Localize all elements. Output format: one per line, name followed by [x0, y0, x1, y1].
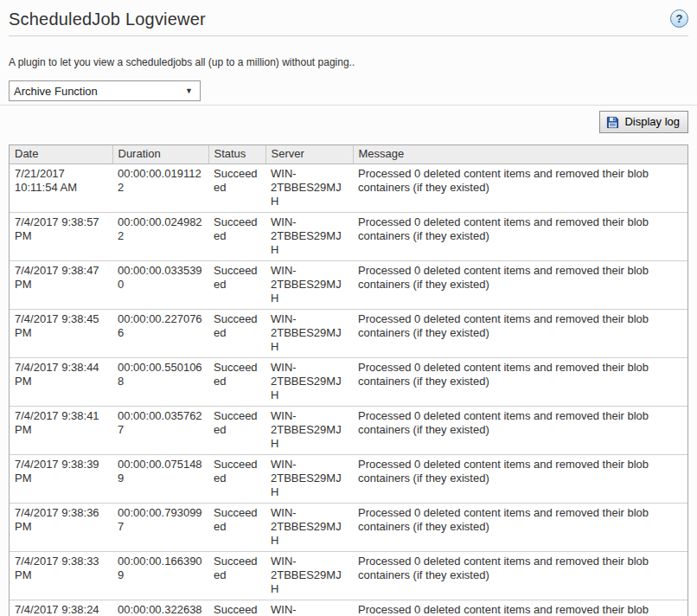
cell-message: Processed 0 deleted content items and re…: [353, 552, 687, 600]
table-row: 7/4/2017 9:38:45 PM00:00:00.2270766Succe…: [10, 310, 687, 358]
cell-message: Processed 0 deleted content items and re…: [353, 358, 687, 407]
cell-server: WIN-2TBBES29MJH: [265, 164, 353, 213]
cell-message: Processed 0 deleted content items and re…: [353, 455, 687, 504]
cell-server: WIN-2TBBES29MJH: [265, 455, 353, 504]
scheduledjob-logviewer-page: ScheduledJob Logviewer ? A plugin to let…: [0, 0, 697, 616]
table-row: 7/4/2017 9:38:47 PM00:00:00.0335390Succe…: [10, 261, 687, 310]
column-header-status: Status: [208, 145, 265, 164]
cell-date: 7/4/2017 9:38:39 PM: [10, 455, 112, 504]
table-row: 7/21/2017 10:11:54 AM00:00:00.0191122Suc…: [10, 164, 687, 213]
job-select[interactable]: Archive Function: [9, 80, 201, 101]
title-divider: [9, 35, 688, 36]
cell-status: Succeeded: [208, 455, 265, 504]
table-row: 7/4/2017 9:38:57 PM00:00:00.0249822Succe…: [10, 213, 687, 261]
display-log-button[interactable]: Display log: [599, 111, 688, 133]
cell-status: Succeeded: [208, 164, 265, 213]
toolbar: Display log: [9, 111, 688, 134]
cell-duration: 00:00:00.0751489: [112, 455, 208, 504]
table-row: 7/4/2017 9:38:36 PM00:00:00.7930997Succe…: [10, 504, 687, 552]
question-mark-icon: ?: [676, 12, 683, 25]
cell-server: WIN-2TBBES29MJH: [265, 213, 353, 261]
cell-duration: 00:00:00.2270766: [112, 310, 208, 358]
plugin-description: A plugin to let you view a scheduledjobs…: [9, 56, 688, 68]
cell-status: Succeeded: [208, 261, 265, 310]
cell-date: 7/4/2017 9:38:44 PM: [10, 358, 112, 407]
cell-status: Succeeded: [208, 600, 265, 616]
display-log-label: Display log: [624, 115, 680, 129]
section-divider: [0, 105, 697, 106]
table-row: 7/4/2017 9:38:39 PM00:00:00.0751489Succe…: [10, 455, 687, 504]
cell-date: 7/21/2017 10:11:54 AM: [10, 164, 112, 213]
cell-duration: 00:00:00.0191122: [112, 164, 208, 213]
log-table-container: DateDurationStatusServerMessage 7/21/201…: [9, 144, 688, 616]
cell-server: WIN-2TBBES29MJH: [265, 407, 353, 455]
cell-duration: 00:00:00.5501068: [112, 358, 208, 407]
cell-date: 7/4/2017 9:38:57 PM: [10, 213, 112, 261]
cell-status: Succeeded: [208, 213, 265, 261]
cell-message: Processed 0 deleted content items and re…: [353, 310, 687, 358]
cell-message: Processed 0 deleted content items and re…: [353, 213, 687, 261]
cell-server: WIN-2TBBES29MJH: [265, 600, 353, 616]
cell-date: 7/4/2017 9:38:47 PM: [10, 261, 112, 310]
cell-message: Processed 0 deleted content items and re…: [353, 600, 687, 616]
cell-duration: 00:00:00.0335390: [112, 261, 208, 310]
cell-duration: 00:00:00.0249822: [112, 213, 208, 261]
cell-message: Processed 0 deleted content items and re…: [353, 261, 687, 310]
save-floppy-icon: [606, 116, 619, 129]
cell-status: Succeeded: [208, 407, 265, 455]
help-button[interactable]: ?: [670, 10, 688, 28]
cell-status: Succeeded: [208, 310, 265, 358]
cell-server: WIN-2TBBES29MJH: [265, 261, 353, 310]
table-header-row: DateDurationStatusServerMessage: [10, 145, 687, 164]
cell-duration: 00:00:00.1663909: [112, 552, 208, 600]
cell-server: WIN-2TBBES29MJH: [265, 358, 353, 407]
page-header: ScheduledJob Logviewer ?: [9, 0, 688, 29]
cell-date: 7/4/2017 9:38:41 PM: [10, 407, 112, 455]
cell-duration: 00:00:00.7930997: [112, 504, 208, 552]
cell-server: WIN-2TBBES29MJH: [265, 310, 353, 358]
table-row: 7/4/2017 9:38:24 PM00:00:00.3226385Succe…: [10, 600, 687, 616]
cell-message: Processed 0 deleted content items and re…: [353, 407, 687, 455]
job-select-wrap: Archive Function ▼: [9, 80, 201, 101]
log-table: DateDurationStatusServerMessage 7/21/201…: [10, 145, 687, 616]
cell-status: Succeeded: [208, 358, 265, 407]
cell-server: WIN-2TBBES29MJH: [265, 504, 353, 552]
table-row: 7/4/2017 9:38:44 PM00:00:00.5501068Succe…: [10, 358, 687, 407]
column-header-server: Server: [265, 145, 353, 164]
cell-date: 7/4/2017 9:38:24 PM: [10, 600, 112, 616]
cell-message: Processed 0 deleted content items and re…: [353, 164, 687, 213]
column-header-message: Message: [353, 145, 687, 164]
cell-duration: 00:00:00.3226385: [112, 600, 208, 616]
cell-status: Succeeded: [208, 552, 265, 600]
cell-message: Processed 0 deleted content items and re…: [353, 504, 687, 552]
cell-date: 7/4/2017 9:38:33 PM: [10, 552, 112, 600]
table-row: 7/4/2017 9:38:41 PM00:00:00.0357627Succe…: [10, 407, 687, 455]
column-header-duration: Duration: [112, 145, 208, 164]
cell-server: WIN-2TBBES29MJH: [265, 552, 353, 600]
table-row: 7/4/2017 9:38:33 PM00:00:00.1663909Succe…: [10, 552, 687, 600]
cell-status: Succeeded: [208, 504, 265, 552]
cell-duration: 00:00:00.0357627: [112, 407, 208, 455]
column-header-date: Date: [10, 145, 112, 164]
page-title: ScheduledJob Logviewer: [9, 9, 206, 29]
cell-date: 7/4/2017 9:38:36 PM: [10, 504, 112, 552]
cell-date: 7/4/2017 9:38:45 PM: [10, 310, 112, 358]
